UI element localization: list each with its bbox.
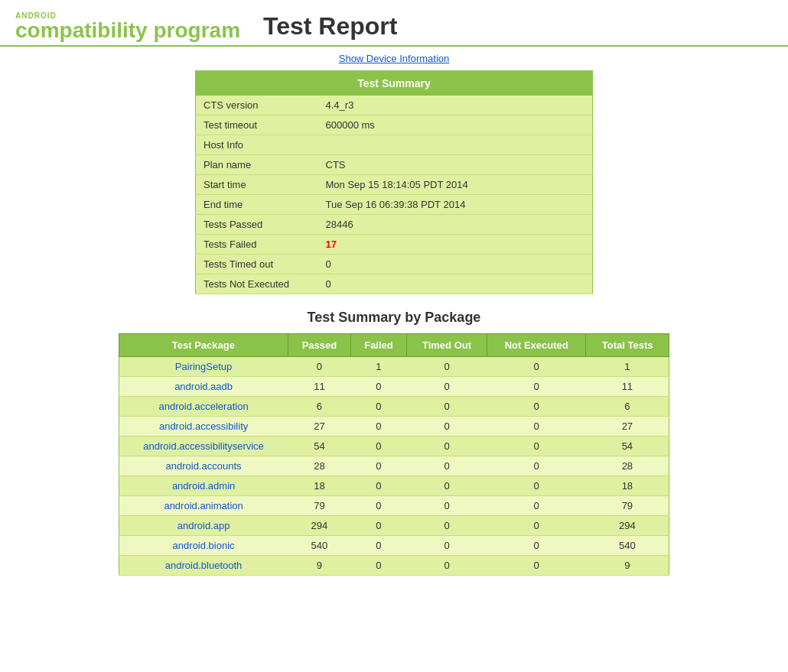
package-timed-out-cell: 0 [406, 456, 487, 476]
package-timed-out-cell: 0 [406, 496, 487, 516]
package-not-executed-cell: 0 [487, 397, 586, 417]
package-passed-cell: 6 [288, 397, 350, 417]
package-failed-cell: 0 [351, 397, 407, 417]
summary-label: Test timeout [196, 115, 318, 135]
package-name-cell: android.bionic [119, 536, 288, 556]
summary-value: 0 [318, 274, 593, 294]
package-timed-out-cell: 0 [406, 397, 487, 417]
package-failed-cell: 0 [351, 437, 407, 456]
package-link[interactable]: android.accessibility [159, 420, 248, 432]
package-timed-out-cell: 0 [406, 437, 487, 456]
package-name-cell: android.app [119, 516, 288, 536]
device-info-section: Show Device Information [0, 47, 788, 70]
package-name-cell: android.accounts [119, 456, 288, 476]
package-total-cell: 540 [586, 536, 669, 556]
package-link[interactable]: android.bionic [173, 540, 235, 551]
test-summary-section: Test Summary CTS version4.4_r3Test timeo… [195, 70, 593, 294]
package-row: android.accessibilityservice5400054 [119, 437, 669, 456]
summary-label: Host Info [196, 135, 318, 155]
package-failed-cell: 0 [351, 476, 407, 496]
package-summary-title: Test Summary by Package [0, 310, 788, 326]
package-link[interactable]: android.animation [164, 500, 243, 511]
package-row: android.app294000294 [119, 516, 669, 536]
package-not-executed-cell: 0 [487, 417, 586, 437]
logo: android compatibility program [15, 11, 240, 41]
package-link[interactable]: PairingSetup [175, 361, 232, 372]
package-name-cell: android.aadb [119, 377, 288, 397]
package-row: android.admin1800018 [119, 476, 669, 496]
package-failed-cell: 0 [351, 377, 407, 397]
package-timed-out-cell: 0 [406, 357, 487, 377]
summary-value: 0 [318, 255, 593, 274]
package-passed-cell: 9 [288, 556, 350, 576]
package-not-executed-cell: 0 [487, 516, 586, 536]
package-total-cell: 294 [586, 516, 669, 536]
summary-label: Tests Timed out [196, 255, 318, 274]
package-timed-out-cell: 0 [406, 377, 487, 397]
package-timed-out-cell: 0 [406, 536, 487, 556]
summary-value: 4.4_r3 [318, 96, 593, 115]
summary-row: Test timeout600000 ms [196, 115, 593, 135]
summary-row: Start timeMon Sep 15 18:14:05 PDT 2014 [196, 175, 593, 195]
package-name-cell: PairingSetup [119, 357, 288, 377]
package-row: android.accounts2800028 [119, 456, 669, 476]
summary-label: End time [196, 195, 318, 215]
summary-value: Tue Sep 16 06:39:38 PDT 2014 [318, 195, 593, 215]
package-passed-cell: 79 [288, 496, 350, 516]
summary-row: Host Info [196, 135, 593, 155]
package-summary-section: Test PackagePassedFailedTimed OutNot Exe… [119, 333, 669, 576]
summary-row: Tests Not Executed0 [196, 274, 593, 294]
package-name-cell: android.admin [119, 476, 288, 496]
page-title: Test Report [263, 12, 397, 41]
package-timed-out-cell: 0 [406, 516, 487, 536]
package-link[interactable]: android.aadb [174, 381, 233, 392]
summary-label: Plan name [196, 155, 318, 175]
package-table-header: Not Executed [487, 334, 586, 357]
package-total-cell: 27 [586, 417, 669, 437]
package-table-header: Passed [288, 334, 350, 357]
package-not-executed-cell: 0 [487, 357, 586, 377]
package-total-cell: 9 [586, 556, 669, 576]
package-link[interactable]: android.app [177, 520, 230, 531]
package-name-cell: android.accessibility [119, 417, 288, 437]
package-total-cell: 79 [586, 496, 669, 516]
summary-label: Start time [196, 175, 318, 195]
summary-label: CTS version [196, 96, 318, 115]
package-name-cell: android.animation [119, 496, 288, 516]
package-link[interactable]: android.accounts [166, 460, 242, 472]
package-row: android.bionic540000540 [119, 536, 669, 556]
package-not-executed-cell: 0 [487, 556, 586, 576]
package-name-cell: android.accessibilityservice [119, 437, 288, 456]
package-failed-cell: 0 [351, 516, 407, 536]
package-total-cell: 1 [586, 357, 669, 377]
package-not-executed-cell: 0 [487, 496, 586, 516]
package-link[interactable]: android.accessibilityservice [143, 440, 264, 452]
package-row: PairingSetup01001 [119, 357, 669, 377]
package-link[interactable]: android.bluetooth [165, 560, 242, 571]
package-link[interactable]: android.admin [172, 480, 235, 492]
summary-row: Tests Timed out0 [196, 255, 593, 274]
package-row: android.aadb1100011 [119, 377, 669, 397]
package-passed-cell: 28 [288, 456, 350, 476]
package-row: android.acceleration60006 [119, 397, 669, 417]
summary-value [318, 135, 593, 155]
package-link[interactable]: android.acceleration [159, 401, 249, 412]
package-timed-out-cell: 0 [406, 417, 487, 437]
package-name-cell: android.bluetooth [119, 556, 288, 576]
summary-label: Tests Failed [196, 235, 318, 255]
package-passed-cell: 0 [288, 357, 350, 377]
show-device-info-link[interactable]: Show Device Information [339, 53, 450, 64]
summary-row: End timeTue Sep 16 06:39:38 PDT 2014 [196, 195, 593, 215]
compatibility-program-label: compatibility program [15, 20, 240, 41]
summary-value: Mon Sep 15 18:14:05 PDT 2014 [318, 175, 593, 195]
package-failed-cell: 1 [351, 357, 407, 377]
summary-value: 17 [318, 235, 593, 255]
package-passed-cell: 11 [288, 377, 350, 397]
package-row: android.bluetooth90009 [119, 556, 669, 576]
summary-value: CTS [318, 155, 593, 175]
package-passed-cell: 294 [288, 516, 350, 536]
summary-row: Tests Failed17 [196, 235, 593, 255]
test-summary-table: Test Summary CTS version4.4_r3Test timeo… [195, 70, 593, 294]
summary-table-title: Test Summary [196, 71, 593, 96]
package-failed-cell: 0 [351, 417, 407, 437]
